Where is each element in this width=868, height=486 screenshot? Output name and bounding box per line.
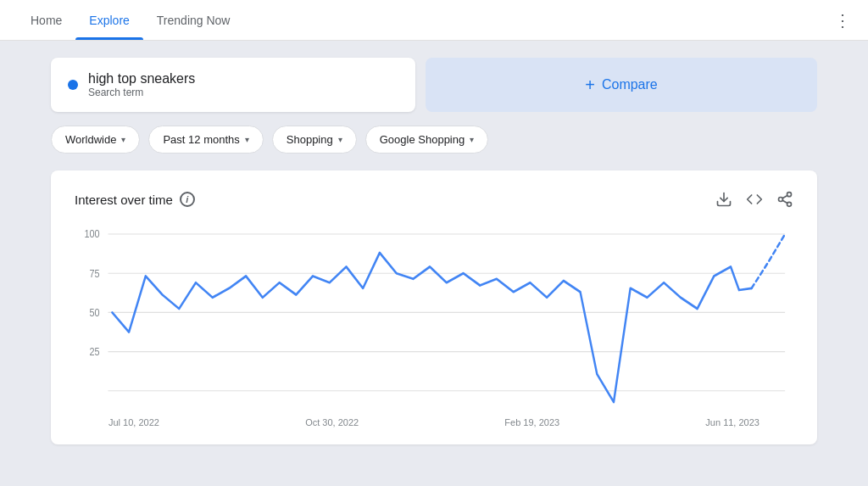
trend-line	[112, 253, 751, 402]
filter-worldwide[interactable]: Worldwide ▾	[51, 126, 140, 154]
x-label-3: Feb 19, 2023	[504, 417, 559, 427]
download-button[interactable]	[715, 191, 732, 208]
filter-source[interactable]: Google Shopping ▾	[365, 126, 488, 154]
search-text-area: high top sneakers Search term	[88, 71, 195, 98]
chart-card: Interest over time i	[51, 170, 817, 444]
chevron-down-icon: ▾	[245, 135, 249, 144]
search-box: high top sneakers Search term	[51, 58, 415, 112]
top-navigation: Home Explore Trending Now ⋮	[0, 0, 868, 41]
search-label-text: Search term	[88, 87, 195, 98]
compare-plus-icon: +	[585, 75, 595, 95]
chart-title: Interest over time	[75, 193, 173, 207]
svg-line-5	[782, 195, 787, 198]
embed-icon	[746, 191, 763, 208]
x-label-1: Jul 10, 2022	[108, 417, 159, 427]
filter-bar: Worldwide ▾ Past 12 months ▾ Shopping ▾ …	[51, 126, 817, 154]
chart-title-area: Interest over time i	[75, 192, 195, 207]
x-label-4: Jun 11, 2023	[705, 417, 760, 427]
svg-text:100: 100	[84, 229, 99, 240]
svg-text:50: 50	[90, 307, 100, 318]
chart-actions	[715, 191, 793, 208]
info-icon[interactable]: i	[180, 192, 195, 207]
chart-header: Interest over time i	[75, 191, 793, 208]
filter-time[interactable]: Past 12 months ▾	[148, 126, 263, 154]
main-content: high top sneakers Search term + Compare …	[0, 41, 868, 461]
x-axis-labels: Jul 10, 2022 Oct 30, 2022 Feb 19, 2023 J…	[75, 414, 793, 427]
chevron-down-icon: ▾	[470, 135, 474, 144]
nav-item-home[interactable]: Home	[17, 0, 75, 40]
chevron-down-icon: ▾	[338, 135, 342, 144]
svg-line-4	[782, 200, 787, 203]
share-button[interactable]	[776, 191, 793, 208]
compare-button[interactable]: + Compare	[426, 58, 817, 112]
x-label-2: Oct 30, 2022	[305, 417, 359, 427]
search-term-text: high top sneakers	[88, 71, 195, 87]
nav-item-explore[interactable]: Explore	[75, 0, 142, 40]
chart-container: 100 75 50 25 Jul 10, 2022 Oct 30, 2022 F…	[75, 225, 793, 427]
chevron-down-icon: ▾	[121, 135, 125, 144]
nav-items: Home Explore Trending Now	[17, 0, 243, 40]
nav-more-button[interactable]: ⋮	[834, 12, 851, 29]
trend-line-forecast	[752, 234, 785, 288]
svg-text:75: 75	[90, 268, 100, 279]
svg-text:25: 25	[90, 346, 100, 357]
filter-category[interactable]: Shopping ▾	[272, 126, 357, 154]
compare-label: Compare	[602, 77, 658, 92]
search-compare-area: high top sneakers Search term + Compare	[51, 58, 817, 112]
trend-chart-svg: 100 75 50 25	[75, 225, 793, 411]
embed-button[interactable]	[746, 191, 763, 208]
download-icon	[715, 191, 732, 208]
share-icon	[776, 191, 793, 208]
nav-item-trending[interactable]: Trending Now	[143, 0, 244, 40]
search-dot-icon	[68, 80, 78, 90]
